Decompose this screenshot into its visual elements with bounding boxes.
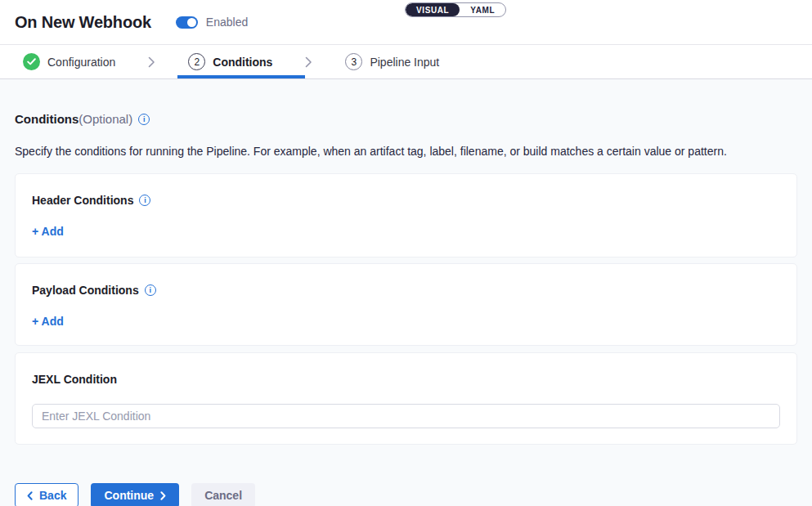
enabled-toggle-label: Enabled xyxy=(206,16,248,29)
card-title: Payload Conditions xyxy=(32,284,139,297)
toggle-knob xyxy=(187,18,196,27)
page-header: On New Webhook Enabled VISUAL YAML xyxy=(0,0,812,45)
step-number-badge: 2 xyxy=(188,53,205,70)
wizard-footer: Back Continue Cancel xyxy=(15,483,797,506)
info-icon[interactable] xyxy=(138,114,150,125)
optional-label: (Optional) xyxy=(79,112,132,126)
step-pipeline-input[interactable]: 3 Pipeline Input xyxy=(345,53,439,70)
page-title: On New Webhook xyxy=(15,13,151,32)
enabled-toggle[interactable] xyxy=(176,16,198,29)
tab-visual[interactable]: VISUAL xyxy=(406,3,460,16)
section-heading: Conditions(Optional) xyxy=(15,112,797,126)
step-number-badge: 3 xyxy=(345,53,362,70)
add-header-condition-button[interactable]: + Add xyxy=(32,225,64,238)
chevron-right-icon xyxy=(160,491,166,500)
jexl-condition-card: JEXL Condition xyxy=(15,352,797,445)
info-icon[interactable] xyxy=(139,195,150,206)
header-conditions-card: Header Conditions + Add xyxy=(15,173,797,257)
section-description: Specify the conditions for running the P… xyxy=(15,146,797,158)
step-configuration[interactable]: Configuration xyxy=(23,53,115,70)
continue-button[interactable]: Continue xyxy=(91,483,179,506)
conditions-panel: Conditions(Optional) Specify the conditi… xyxy=(0,79,812,506)
step-conditions[interactable]: 2 Conditions xyxy=(188,53,272,70)
chevron-left-icon xyxy=(27,491,33,500)
step-label: Configuration xyxy=(47,56,115,69)
payload-conditions-card: Payload Conditions + Add xyxy=(15,263,797,346)
wizard-stepper: Configuration 2 Conditions 3 Pipeline In… xyxy=(0,45,812,79)
chevron-right-icon xyxy=(305,56,312,68)
add-payload-condition-button[interactable]: + Add xyxy=(32,315,64,328)
tab-yaml[interactable]: YAML xyxy=(460,3,505,16)
cancel-button[interactable]: Cancel xyxy=(191,483,255,506)
step-label: Pipeline Input xyxy=(370,56,439,69)
back-button[interactable]: Back xyxy=(15,483,79,506)
visual-yaml-toggle: VISUAL YAML xyxy=(405,2,506,17)
jexl-condition-input[interactable] xyxy=(32,404,780,428)
check-icon xyxy=(23,53,40,70)
cancel-button-label: Cancel xyxy=(204,489,242,502)
step-label: Conditions xyxy=(213,56,272,69)
continue-button-label: Continue xyxy=(104,489,154,502)
back-button-label: Back xyxy=(39,489,66,502)
info-icon[interactable] xyxy=(145,284,156,296)
chevron-right-icon xyxy=(148,56,155,68)
card-title: JEXL Condition xyxy=(32,373,117,386)
card-title: Header Conditions xyxy=(32,194,133,207)
section-title: Conditions xyxy=(15,112,79,126)
active-tab-underline xyxy=(177,75,305,78)
